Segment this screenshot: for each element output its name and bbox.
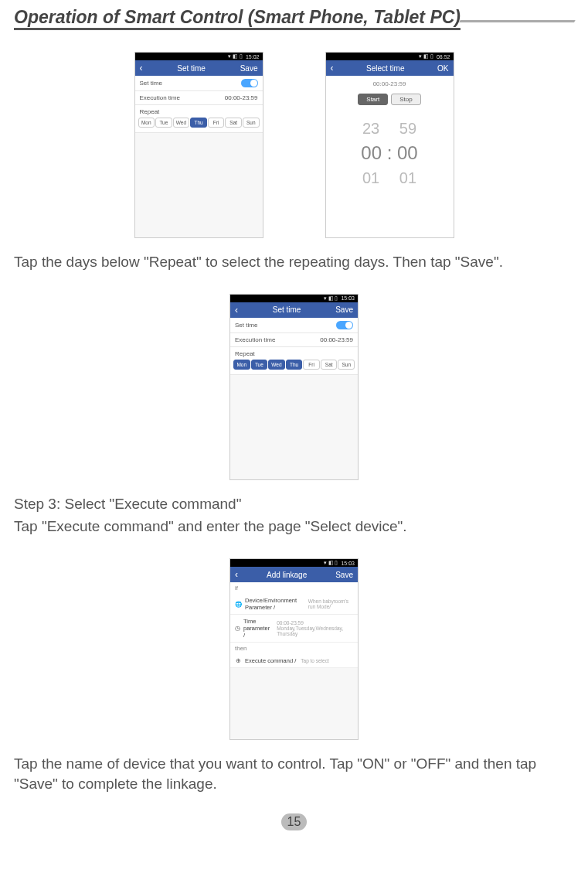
signal-icon: ▾ ◧ ▯	[228, 53, 243, 60]
globe-icon: 🌐	[235, 601, 242, 608]
day-mon[interactable]: Mon	[233, 360, 250, 370]
status-bar: ▾ ◧ ▯ 08:52	[326, 53, 454, 60]
execute-command-row[interactable]: ⊕ Execute command / Tap to select	[230, 654, 358, 668]
day-sat[interactable]: Sat	[225, 118, 242, 128]
day-wed[interactable]: Wed	[173, 118, 190, 128]
app-title: Set time	[177, 64, 206, 73]
page-heading: Operation of Smart Control (Smart Phone,…	[14, 8, 574, 30]
status-bar: ▾ ◧ ▯ 15:02	[135, 53, 263, 60]
day-sun[interactable]: Sun	[243, 118, 260, 128]
set-time-row: Set time	[135, 76, 263, 91]
status-time: 08:52	[437, 54, 450, 60]
app-bar: ‹ Set time Save	[135, 60, 263, 76]
device-env-row[interactable]: 🌐 Device/Environment Parameter / When ba…	[230, 594, 358, 615]
wheel-next: 01 01	[326, 167, 454, 189]
start-tab[interactable]: Start	[358, 94, 388, 105]
execute-command-value: Tap to select	[301, 658, 329, 663]
repeat-days: Mon Tue Wed Thu Fri Sat Sun	[135, 115, 263, 133]
app-title: Add linkage	[267, 571, 307, 579]
time-picker[interactable]: 23 59 00 : 00 01 01	[326, 113, 454, 202]
status-bar: ▾ ◧ ▯ 15:03	[230, 295, 358, 302]
ok-button[interactable]: OK	[437, 64, 448, 73]
day-wed[interactable]: Wed	[268, 360, 285, 370]
app-bar: ‹ Select time OK	[326, 60, 454, 76]
app-bar: ‹ Add linkage Save	[230, 567, 358, 582]
wheel-prev: 23 59	[326, 118, 454, 140]
then-label: then	[230, 643, 358, 654]
day-fri[interactable]: Fri	[208, 118, 225, 128]
status-time: 15:02	[246, 54, 260, 60]
instruction-repeat-days: Tap the days below "Repeat" to select th…	[14, 252, 574, 272]
day-sat[interactable]: Sat	[321, 360, 338, 370]
screenshot-set-time-single-day: ▾ ◧ ▯ 15:02 ‹ Set time Save Set time Exe…	[134, 52, 263, 238]
app-title: Select time	[366, 64, 404, 73]
repeat-label: Repeat	[135, 105, 263, 115]
execution-time-value: 00:00-23:59	[225, 94, 258, 101]
set-time-label: Set time	[140, 80, 162, 87]
back-icon[interactable]: ‹	[140, 63, 143, 73]
day-tue[interactable]: Tue	[251, 360, 268, 370]
signal-icon: ▾ ◧ ▯	[419, 53, 433, 60]
device-env-value: When babyroom's run Mode/	[308, 598, 353, 609]
empty-area	[230, 375, 358, 479]
execution-time-row[interactable]: Execution time 00:00-23:59	[135, 91, 263, 105]
save-button[interactable]: Save	[240, 64, 258, 73]
wheel-current: 00 : 00	[326, 140, 454, 167]
back-icon[interactable]: ‹	[235, 570, 238, 579]
time-parameter-value: 00:00-23:59 Monday,Tuesday,Wednesday, Th…	[277, 620, 353, 636]
page-title: Operation of Smart Control (Smart Phone,…	[14, 8, 461, 30]
target-icon: ⊕	[235, 657, 242, 664]
save-button[interactable]: Save	[335, 305, 353, 314]
set-time-row: Set time	[230, 318, 358, 333]
time-parameter-label: Time parameter /	[243, 618, 272, 639]
status-time: 15:03	[341, 295, 355, 301]
execution-time-label: Execution time	[235, 336, 275, 343]
set-time-toggle[interactable]	[241, 79, 258, 87]
page-number: 15	[281, 813, 308, 830]
start-stop-tabs: Start Stop	[326, 94, 454, 105]
save-button[interactable]: Save	[335, 571, 353, 579]
day-mon[interactable]: Mon	[138, 118, 155, 128]
time-parameter-row[interactable]: ◷ Time parameter / 00:00-23:59 Monday,Tu…	[230, 615, 358, 643]
repeat-label: Repeat	[230, 347, 358, 357]
screenshot-add-linkage: ▾ ◧ ▯ 15:03 ‹ Add linkage Save if 🌐 Devi…	[229, 558, 359, 740]
screenshot-select-time: ▾ ◧ ▯ 08:52 ‹ Select time OK 00:00-23:59…	[325, 52, 454, 238]
back-icon[interactable]: ‹	[235, 305, 238, 315]
day-fri[interactable]: Fri	[303, 360, 320, 370]
if-label: if	[230, 582, 358, 594]
day-thu[interactable]: Thu	[286, 360, 303, 370]
page-number-wrap: 15	[14, 813, 574, 830]
status-time: 15:03	[341, 561, 355, 566]
stop-tab[interactable]: Stop	[391, 94, 420, 105]
execution-time-row[interactable]: Execution time 00:00-23:59	[230, 333, 358, 347]
empty-area	[230, 668, 358, 739]
time-range: 00:00-23:59	[326, 76, 454, 89]
back-icon[interactable]: ‹	[331, 63, 334, 73]
execution-time-label: Execution time	[140, 94, 180, 101]
step3-heading: Step 3: Select "Execute command"	[14, 494, 574, 514]
day-thu[interactable]: Thu	[190, 118, 207, 128]
status-bar: ▾ ◧ ▯ 15:03	[230, 559, 358, 567]
execute-command-label: Execute command /	[245, 657, 296, 664]
instruction-device-onoff: Tap the name of device that you want to …	[14, 754, 574, 793]
day-sun[interactable]: Sun	[338, 360, 355, 370]
signal-icon: ▾ ◧ ▯	[324, 560, 338, 566]
heading-rule	[461, 8, 574, 30]
day-tue[interactable]: Tue	[155, 118, 172, 128]
screenshot-set-time-multi-day: ▾ ◧ ▯ 15:03 ‹ Set time Save Set time Exe…	[229, 294, 359, 480]
device-env-label: Device/Environment Parameter /	[245, 597, 304, 611]
signal-icon: ▾ ◧ ▯	[324, 295, 338, 302]
clock-icon: ◷	[235, 625, 240, 632]
empty-area	[135, 133, 263, 237]
app-bar: ‹ Set time Save	[230, 302, 358, 318]
set-time-toggle[interactable]	[336, 321, 353, 329]
execution-time-value: 00:00-23:59	[320, 336, 353, 343]
app-title: Set time	[273, 305, 301, 314]
set-time-label: Set time	[235, 322, 257, 329]
step3-instruction: Tap "Execute command" and enter the page…	[14, 517, 574, 537]
repeat-days: Mon Tue Wed Thu Fri Sat Sun	[230, 357, 358, 375]
